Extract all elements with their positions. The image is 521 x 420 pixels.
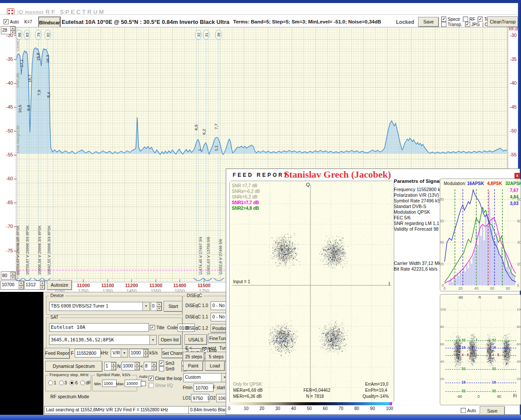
min-field[interactable]: 1000 (102, 380, 117, 387)
freq-step-radio-3[interactable]: 3 (59, 380, 67, 385)
tuner-index-spinner[interactable]: 0▲▼ (151, 302, 162, 311)
fmin-field[interactable]: 10700 (194, 384, 214, 392)
sm9-checkbox[interactable]: Sm9 (159, 366, 175, 371)
radio-circle (69, 380, 74, 385)
frequency-field[interactable]: 11552800 (75, 349, 101, 357)
svg-text:-70: -70 (6, 224, 13, 229)
symbolrate-spinner[interactable]: 1000▲▼ (129, 349, 148, 357)
scale-number: 90 (370, 406, 375, 411)
parameters-title: Parametrs of Signal : (394, 179, 440, 184)
sm3-checkbox[interactable]: ✓Sm3 (159, 360, 175, 366)
toolbar-check-rf[interactable]: RF (463, 17, 475, 22)
n-label: N (117, 364, 121, 369)
svg-text:40: 40 (440, 240, 444, 245)
open-list-button[interactable]: Open list (158, 335, 181, 345)
phase-auto-checkbox[interactable]: Auto (461, 408, 476, 413)
scale-number: 30 (275, 406, 280, 411)
phase-top-tick: R (478, 295, 481, 300)
satellite-name-field[interactable]: Eutelsat 10A (49, 323, 149, 332)
n3-spinner[interactable]: 8▲▼ (144, 362, 157, 370)
freq-step-radio-dF[interactable]: dF (80, 380, 91, 385)
input-label: Input = 1 (233, 279, 250, 284)
toolbar-check-spectr[interactable]: ✓Spectr (441, 17, 460, 22)
cleantransp-button[interactable]: CleanTransp (487, 17, 518, 27)
usals-button[interactable]: USALS (185, 334, 207, 345)
tuner-dropdown[interactable]: TBS 6908 DVBS/S2 Tuner 1▼ (49, 302, 150, 311)
step-button-5steps[interactable]: 5 steps (205, 352, 227, 361)
lt-label: < (140, 364, 143, 369)
parameter-line: SNR regarding LM 1,1 dB (394, 221, 440, 226)
n1-spinner[interactable]: 1▲▼ (104, 362, 116, 370)
sat-group: SAT Eutelsat 10A ✓Title Code 0100 3645,R… (46, 317, 182, 349)
radio-circle (48, 380, 53, 385)
toolbar-check-transp[interactable]: Transp. (441, 22, 462, 27)
frequency-step-radios: 136dF (48, 380, 91, 385)
auto-checkbox[interactable]: ✓Auto (3, 19, 19, 24)
phase-top-tick: 90 (498, 295, 502, 300)
density-scale-bar (227, 402, 392, 405)
clear-loop-checkbox[interactable]: ✓Clear the loop (148, 376, 182, 381)
n2-spinner[interactable]: 1000▲▼ (122, 362, 140, 370)
svg-text:-55: -55 (510, 152, 517, 157)
phase-threshold-label: 32 (461, 367, 466, 371)
parameter-line: Validity of Forecast 98 % (394, 226, 440, 232)
window-top-edge (0, 0, 521, 3)
svg-text:80: 80 (506, 286, 510, 291)
svg-text:-75: -75 (6, 248, 13, 253)
phase-threshold-line (445, 369, 516, 370)
freq-step-radio-6[interactable]: 6 (69, 380, 78, 385)
svg-text:-60: -60 (6, 176, 13, 181)
step-button-25steps[interactable]: 25 steps (183, 352, 204, 361)
errph-value: ErrPh=19,4 (365, 388, 387, 393)
phase-y-tick: 40 (440, 360, 444, 364)
khz-label: kHz (101, 351, 108, 355)
svg-text:0: 0 (517, 283, 519, 288)
load-button[interactable]: Load (205, 361, 225, 371)
lo1-field[interactable]: 9750 (191, 394, 209, 402)
show-iq-checkbox[interactable]: Show I/Q (148, 383, 173, 388)
fmin-label: Fmin (183, 385, 192, 390)
svg-text:40: 40 (517, 240, 521, 245)
title-checkbox[interactable]: ✓Title (150, 325, 165, 330)
top-scale-spinner[interactable]: 28▲▼ (1, 26, 16, 34)
phase-top-tick: -90 (458, 295, 463, 300)
toolbar-check-jpg[interactable]: ✓JPG (465, 22, 480, 27)
dynamical-spectrum-button[interactable]: Dynamical Spectrum (45, 361, 102, 372)
polarization-dropdown[interactable]: V/R▼ (111, 349, 128, 357)
start-button[interactable]: Start (164, 301, 183, 312)
bottom-scale-spinner[interactable]: 80▲▼ (1, 271, 16, 280)
auto-sr-checkbox[interactable] (141, 381, 146, 386)
max-field[interactable]: 10000 (125, 380, 142, 387)
svg-text:7,67: 7,67 (510, 188, 519, 193)
locked-status: Locked (396, 19, 414, 25)
close-icon[interactable]: x (514, 173, 520, 179)
range-preset-dropdown[interactable]: Custom▼ (183, 373, 228, 382)
phase-threshold-label: 16 (491, 345, 496, 350)
application-window: IQ monitor RF SPECTRUM ✓Auto K=7 Blindsc… (0, 0, 521, 420)
snr-line: SNR1=7,7 dB (232, 200, 260, 205)
save-button[interactable]: Save (418, 17, 439, 27)
feed-report-title: FEED REPORT (233, 172, 289, 178)
checkbox-box (441, 22, 446, 27)
svg-text:60: 60 (440, 219, 444, 223)
svg-text:11300: 11300 (149, 283, 162, 288)
phase-threshold-label: 16 (491, 380, 496, 384)
feed-report-button[interactable]: Feed Report (45, 348, 70, 359)
phase-threshold-label: 32 (491, 367, 496, 371)
parameter-line: Symbol Rate 27496 kS/s (394, 198, 440, 204)
diseqc11-label: DiSEqC 1.1 (185, 314, 208, 319)
autosize-button[interactable]: Autosize (47, 280, 72, 290)
start-frequency-spinner[interactable]: 10700▲▼ (0, 281, 24, 290)
span-spinner[interactable]: 1312▲▼ (24, 281, 45, 290)
paint-button[interactable]: Paint (183, 361, 203, 371)
checkbox-box: ✓ (441, 17, 446, 22)
phase-save-button[interactable]: Save (480, 406, 505, 415)
toolbar-check-spectr-label: Spectr (448, 17, 460, 22)
transponder-dropdown[interactable]: 3645,R,16130,56,S2;8PSK▼ (49, 335, 157, 345)
svg-text:-35: -35 (510, 56, 517, 62)
freq-step-radio-1[interactable]: 1 (48, 380, 56, 385)
parameter-line: Standart DVB-S (394, 204, 440, 209)
scale-number: 70 (339, 406, 343, 411)
radio-circle (59, 380, 64, 385)
phase-threshold-line (445, 341, 516, 341)
